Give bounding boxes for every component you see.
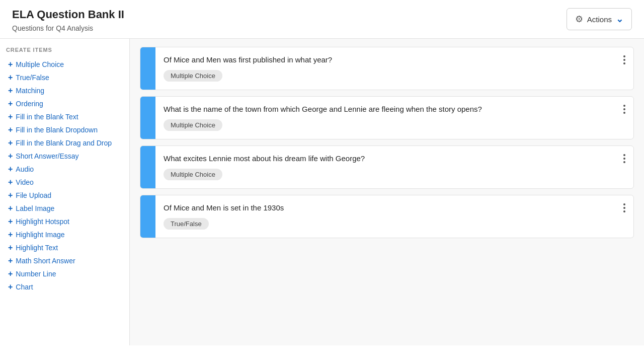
dot3 bbox=[623, 62, 625, 64]
sidebar-item-file-upload[interactable]: + File Upload bbox=[6, 189, 123, 202]
plus-icon: + bbox=[8, 113, 13, 121]
plus-icon: + bbox=[8, 126, 13, 134]
plus-icon: + bbox=[8, 139, 13, 147]
main-layout: CREATE ITEMS + Multiple Choice + True/Fa… bbox=[0, 39, 644, 345]
question-card-body: Of Mice and Men was first published in w… bbox=[155, 47, 633, 90]
content-area: Of Mice and Men was first published in w… bbox=[130, 39, 644, 345]
plus-icon: + bbox=[8, 87, 13, 95]
sidebar-item-label: File Upload bbox=[16, 191, 51, 199]
question-card-bar bbox=[140, 97, 155, 139]
sidebar-item-label: Video bbox=[16, 178, 34, 186]
dot2 bbox=[623, 158, 625, 160]
sidebar-item-label: Audio bbox=[16, 165, 34, 173]
sidebar-item-label: Math Short Answer bbox=[16, 257, 75, 265]
sidebar-item-highlight-image[interactable]: + Highlight Image bbox=[6, 228, 123, 241]
page-header: ELA Question Bank II Questions for Q4 An… bbox=[0, 0, 644, 39]
question-type-badge: Multiple Choice bbox=[164, 169, 222, 180]
sidebar-item-label: Label Image bbox=[16, 204, 54, 212]
question-menu-button[interactable] bbox=[620, 54, 628, 65]
sidebar-item-number-line[interactable]: + Number Line bbox=[6, 267, 123, 280]
plus-icon: + bbox=[8, 152, 13, 160]
sidebar-item-matching[interactable]: + Matching bbox=[6, 84, 123, 97]
question-type-badge: Multiple Choice bbox=[164, 70, 222, 82]
dot1 bbox=[623, 154, 625, 156]
sidebar-item-audio[interactable]: + Audio bbox=[6, 163, 123, 176]
dot3 bbox=[623, 161, 625, 163]
sidebar-item-label: Fill in the Blank Text bbox=[16, 113, 78, 121]
plus-icon: + bbox=[8, 60, 13, 68]
sidebar-item-label: Matching bbox=[16, 87, 44, 95]
sidebar-item-video[interactable]: + Video bbox=[6, 176, 123, 189]
question-text: Of Mice and Men is set in the 1930s bbox=[164, 203, 625, 212]
question-card-bar bbox=[140, 47, 155, 90]
sidebar-item-highlight-text[interactable]: + Highlight Text bbox=[6, 241, 123, 254]
dot1 bbox=[623, 105, 625, 107]
sidebar-item-fill-blank-drag-drop[interactable]: + Fill in the Blank Drag and Drop bbox=[6, 136, 123, 150]
actions-label: Actions bbox=[587, 15, 612, 24]
sidebar-item-label: Multiple Choice bbox=[16, 60, 64, 68]
plus-icon: + bbox=[8, 270, 13, 278]
question-card: What excites Lennie most about his dream… bbox=[140, 146, 634, 189]
sidebar-item-ordering[interactable]: + Ordering bbox=[6, 97, 123, 110]
actions-button[interactable]: ⚙ Actions ⌄ bbox=[567, 8, 632, 30]
plus-icon: + bbox=[8, 244, 13, 252]
sidebar-item-label: Ordering bbox=[16, 100, 43, 108]
plus-icon: + bbox=[8, 204, 13, 212]
sidebar-item-fill-blank-text[interactable]: + Fill in the Blank Text bbox=[6, 110, 123, 123]
sidebar-item-label: Number Line bbox=[16, 270, 56, 278]
question-text: Of Mice and Men was first published in w… bbox=[164, 55, 625, 64]
question-text: What excites Lennie most about his dream… bbox=[164, 154, 625, 163]
sidebar-item-short-answer-essay[interactable]: + Short Answer/Essay bbox=[6, 150, 123, 163]
sidebar-item-label: Fill in the Blank Drag and Drop bbox=[16, 139, 112, 147]
sidebar-item-label: Highlight Text bbox=[16, 244, 58, 252]
sidebar-item-label: Chart bbox=[16, 283, 33, 291]
plus-icon: + bbox=[8, 257, 13, 265]
sidebar-item-fill-blank-dropdown[interactable]: + Fill in the Blank Dropdown bbox=[6, 123, 123, 136]
dot2 bbox=[623, 207, 625, 209]
sidebar-item-multiple-choice[interactable]: + Multiple Choice bbox=[6, 58, 123, 71]
dot1 bbox=[623, 203, 625, 205]
sidebar-item-label: Highlight Image bbox=[16, 231, 64, 239]
question-card: What is the name of the town from which … bbox=[140, 96, 634, 139]
plus-icon: + bbox=[8, 283, 13, 291]
plus-icon: + bbox=[8, 165, 13, 173]
page-title: ELA Question Bank II bbox=[12, 8, 632, 21]
dot2 bbox=[623, 108, 625, 110]
sidebar-item-label: Fill in the Blank Dropdown bbox=[16, 126, 98, 134]
question-card-body: Of Mice and Men is set in the 1930s True… bbox=[155, 195, 633, 238]
question-menu-button[interactable] bbox=[620, 202, 628, 213]
question-card-body: What excites Lennie most about his dream… bbox=[155, 146, 633, 188]
question-menu-button[interactable] bbox=[620, 104, 628, 115]
sidebar-item-highlight-hotspot[interactable]: + Highlight Hotspot bbox=[6, 215, 123, 228]
question-type-badge: True/False bbox=[164, 218, 209, 230]
question-card-body: What is the name of the town from which … bbox=[155, 97, 633, 139]
question-card: Of Mice and Men is set in the 1930s True… bbox=[140, 195, 634, 238]
gear-icon: ⚙ bbox=[575, 14, 583, 25]
sidebar-item-label-image[interactable]: + Label Image bbox=[6, 202, 123, 215]
plus-icon: + bbox=[8, 231, 13, 239]
sidebar-item-label: True/False bbox=[16, 74, 49, 82]
sidebar-item-label: Short Answer/Essay bbox=[16, 152, 78, 160]
dot3 bbox=[623, 210, 625, 212]
sidebar-item-math-short-answer[interactable]: + Math Short Answer bbox=[6, 254, 123, 267]
page-subtitle: Questions for Q4 Analysis bbox=[12, 24, 632, 32]
sidebar-section-title: CREATE ITEMS bbox=[6, 47, 123, 53]
question-card-bar bbox=[140, 146, 155, 188]
plus-icon: + bbox=[8, 191, 13, 199]
sidebar-item-label: Highlight Hotspot bbox=[16, 218, 69, 226]
plus-icon: + bbox=[8, 178, 13, 186]
sidebar-item-true-false[interactable]: + True/False bbox=[6, 71, 123, 84]
chevron-down-icon: ⌄ bbox=[616, 14, 623, 25]
plus-icon: + bbox=[8, 218, 13, 226]
dot1 bbox=[623, 55, 625, 57]
question-text: What is the name of the town from which … bbox=[164, 105, 625, 113]
question-menu-button[interactable] bbox=[620, 153, 628, 164]
dot3 bbox=[623, 112, 625, 114]
sidebar-item-chart[interactable]: + Chart bbox=[6, 280, 123, 294]
dot2 bbox=[623, 59, 625, 61]
sidebar: CREATE ITEMS + Multiple Choice + True/Fa… bbox=[0, 39, 130, 345]
plus-icon: + bbox=[8, 74, 13, 82]
question-card: Of Mice and Men was first published in w… bbox=[140, 47, 634, 90]
question-type-badge: Multiple Choice bbox=[164, 119, 222, 131]
question-card-bar bbox=[140, 195, 155, 238]
